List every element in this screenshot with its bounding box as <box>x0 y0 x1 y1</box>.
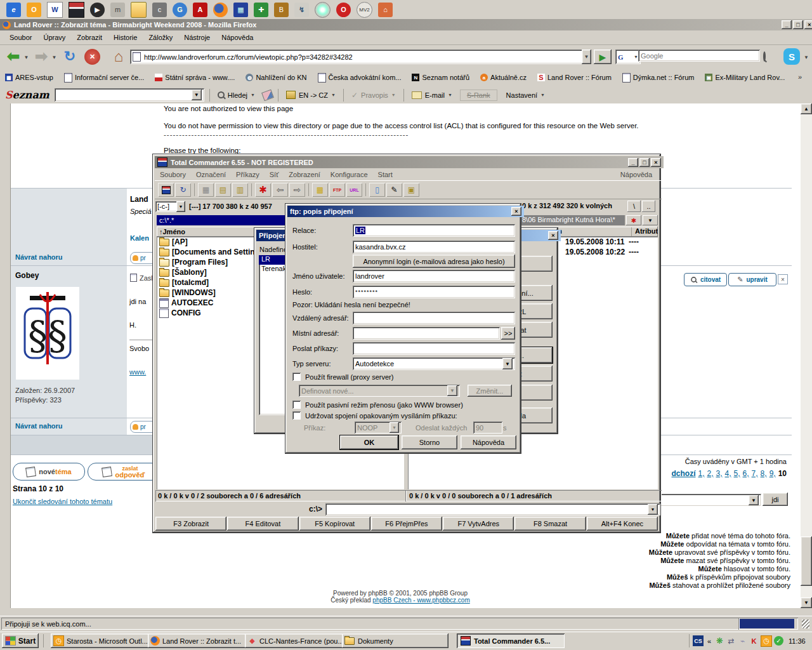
jump-go-button[interactable]: jdi <box>763 493 788 506</box>
bookmark-aktualne[interactable]: aAktuálně.cz <box>480 74 527 81</box>
seznam-search-input[interactable]: ▼ <box>55 88 204 102</box>
bookmark-nahlizeni-kn[interactable]: ◍Nahlížení do KN <box>246 74 306 81</box>
tray-chevron[interactable]: « <box>705 636 713 646</box>
bookmark-informacni-server[interactable]: Informační server če... <box>64 73 144 83</box>
menu-zobrazit[interactable]: Zobrazit <box>71 34 108 41</box>
bookmark-landrover-forum[interactable]: SLand Rover :: Fórum <box>537 74 612 81</box>
bookmarks-overflow-chevron[interactable]: » <box>798 73 802 81</box>
server-type-combo[interactable]: Autodetekce▼ <box>353 357 515 370</box>
status-ok-icon[interactable]: ✓ <box>774 636 783 646</box>
remote-dir-input[interactable] <box>353 312 515 324</box>
tc-path-history-button[interactable]: ✱ <box>626 215 641 225</box>
firewall-combo[interactable]: Definovat nové...▼ <box>299 385 460 397</box>
menu-soubor[interactable]: Soubor <box>4 34 37 41</box>
tc-command-input[interactable]: ▼ <box>325 503 660 515</box>
local-dir-input[interactable] <box>353 327 500 340</box>
pagination-page[interactable]: 2, <box>707 469 714 478</box>
back-to-top-link-1[interactable]: Návrat nahoru <box>15 253 63 261</box>
send-every-input[interactable]: 90 <box>473 421 502 434</box>
tc-menu-start[interactable]: Start <box>373 171 398 178</box>
fkey-f3[interactable]: F3 Zobrazit <box>155 517 226 531</box>
kaspersky-icon[interactable]: K <box>749 636 759 646</box>
tc-menu-sit[interactable]: Síť <box>265 171 284 178</box>
tc-root-button[interactable]: \ <box>627 201 641 212</box>
e-app-icon[interactable]: e <box>6 3 21 17</box>
tc-ftp-connect-icon[interactable]: FTP <box>329 183 345 197</box>
password-input[interactable]: ******** <box>353 286 515 298</box>
fkey-f6[interactable]: F6 PřejmPřes <box>371 517 442 531</box>
camera-app-icon[interactable]: c <box>152 3 167 17</box>
back-dropdown[interactable]: ▼ <box>23 53 30 62</box>
menu-nastroje[interactable]: Nástroje <box>178 34 216 41</box>
forward-dropdown[interactable]: ▼ <box>51 53 58 62</box>
back-button[interactable]: ⬅ <box>4 48 23 65</box>
menu-historie[interactable]: Historie <box>108 34 143 41</box>
tc-left-drive-combo[interactable]: [-c-]▼ <box>155 201 185 212</box>
icq-flower-icon[interactable]: ❋ <box>715 636 724 646</box>
anonymous-login-button[interactable]: Anonymní login (e-mailová adresa jako he… <box>353 255 515 268</box>
skype-icon[interactable]: S <box>783 48 800 65</box>
edit-button[interactable]: ✎upravit <box>728 273 776 286</box>
pagination-page[interactable]: 5, <box>734 469 740 478</box>
scroll-down-arrow[interactable]: ▼ <box>801 597 812 608</box>
grid-app-icon[interactable]: ▦ <box>233 3 248 17</box>
task-clc-nantes[interactable]: ◆ CLC-Nantes-France (pou... <box>245 633 344 648</box>
acrobat-icon[interactable]: A <box>193 3 207 17</box>
stop-watching-link[interactable]: Ukončit sledování tohoto tématu <box>13 498 112 505</box>
home-app-icon[interactable]: ⌂ <box>378 3 393 17</box>
jump-to-select[interactable]: ▼ <box>647 494 761 507</box>
tc-folder-tool-icon[interactable]: ▣ <box>403 183 419 197</box>
search-engine-selector[interactable]: G ▼ <box>615 50 641 64</box>
browser-scrollbar[interactable]: ▲ ▼ <box>801 103 812 608</box>
clock-app-tray-icon[interactable]: ◷ <box>761 635 772 647</box>
save-app-icon[interactable] <box>69 2 84 18</box>
home-button[interactable]: ⌂ <box>109 48 128 65</box>
post-reply-button[interactable]: zaslatodpověď <box>88 463 160 481</box>
pagination-page[interactable]: 4, <box>725 469 731 478</box>
tc-close-button[interactable]: × <box>651 158 661 167</box>
ftp-close-button[interactable]: × <box>511 207 521 216</box>
url-bar[interactable]: http://www.landroverforum.cz/forum/viewt… <box>130 50 587 64</box>
post-link-fragment[interactable]: www. <box>129 368 146 376</box>
skype-dropdown[interactable]: ▼ <box>802 53 810 62</box>
fkey-f7[interactable]: F7 VytvAdres <box>443 517 514 531</box>
search-icon[interactable] <box>763 53 766 60</box>
stop-button[interactable]: ✕ <box>84 49 100 65</box>
url-dropdown[interactable]: ▼ <box>582 50 591 64</box>
watch-app-icon[interactable]: MV2 <box>357 2 372 18</box>
pagination-page[interactable]: 8, <box>761 469 767 478</box>
task-firefox[interactable]: Land Rover :: Zobrazit t... <box>148 633 247 648</box>
help-button[interactable]: Nápověda <box>461 435 516 449</box>
pagination-page[interactable]: 1, <box>698 469 705 478</box>
tc-select-icon[interactable]: ✱ <box>255 183 271 197</box>
tc-maximize-button[interactable]: □ <box>639 158 650 167</box>
start-button[interactable]: Start <box>2 633 39 648</box>
command-combo[interactable]: NOOP▼ <box>355 421 402 434</box>
tc-up-button[interactable]: .. <box>642 201 655 212</box>
tc-minimize-button[interactable]: _ <box>628 158 638 167</box>
clock-app-icon[interactable]: O <box>27 3 41 17</box>
pagination-page[interactable]: 6, <box>743 469 749 478</box>
go-button[interactable]: ▶ <box>594 50 612 64</box>
menu-napoveda[interactable]: Nápověda <box>216 34 259 41</box>
tc-menu-soubory[interactable]: Soubory <box>155 171 191 178</box>
scroll-thumb[interactable] <box>801 536 812 586</box>
seznam-hledej-button[interactable]: Hledej▼ <box>215 90 258 100</box>
tc-path-dropdown-button[interactable]: ▼ <box>643 215 658 225</box>
language-indicator[interactable]: CS <box>693 635 704 646</box>
cd-app-icon[interactable] <box>315 2 331 18</box>
close-button[interactable]: × <box>804 20 812 29</box>
seznam-translate-button[interactable]: EN -> CZ▼ <box>284 90 338 100</box>
fkey-f4[interactable]: F4 Editovat <box>227 517 298 531</box>
tc-pack-icon[interactable]: ▩ <box>312 183 328 197</box>
back-to-top-link-2[interactable]: Návrat nahoru <box>15 422 63 430</box>
firewall-change-button[interactable]: Změnit... <box>468 385 512 397</box>
task-total-commander[interactable]: Total Commander 6.5... <box>457 633 565 648</box>
media-player-icon[interactable]: ▶ <box>90 3 105 17</box>
quote-button[interactable]: citovat <box>684 273 727 286</box>
briefcase-app-icon[interactable]: B <box>274 3 289 17</box>
tc-editor-icon[interactable]: ✎ <box>386 183 402 197</box>
passive-checkbox-row[interactable]: Použít pasivní režim přenosu (jako WWW b… <box>292 401 463 409</box>
seznam-pravopis-button[interactable]: ✓Pravopis▼ <box>349 90 398 101</box>
mouse-app-icon[interactable]: m <box>110 3 125 17</box>
